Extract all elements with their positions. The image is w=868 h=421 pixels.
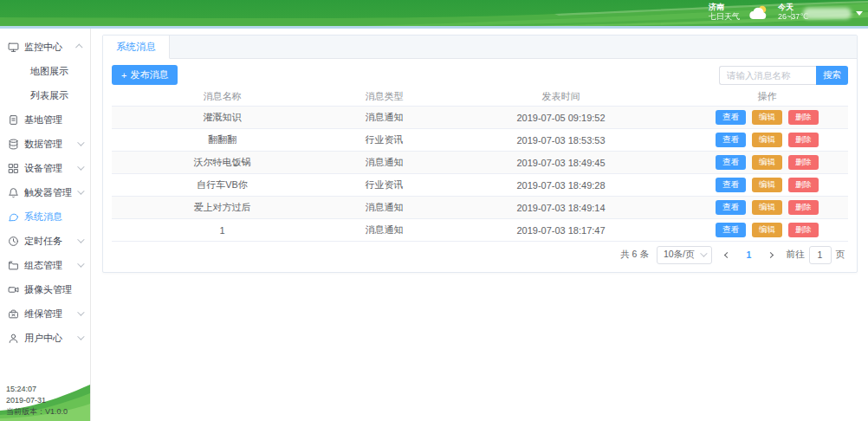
- delete-button[interactable]: 删除: [788, 155, 819, 170]
- chevron-down-icon: [77, 308, 84, 315]
- cell-actions: 查看 编辑 删除: [686, 110, 848, 125]
- view-button[interactable]: 查看: [716, 200, 746, 215]
- goto-label: 前往: [787, 249, 805, 261]
- view-button[interactable]: 查看: [716, 155, 746, 170]
- sidebar-item-label: 维保管理: [24, 308, 62, 321]
- page-unit-label: 页: [836, 249, 845, 261]
- edit-button[interactable]: 编辑: [752, 155, 782, 170]
- footer-version: 当前版本：V1.0.0: [6, 406, 68, 418]
- pagination-total: 共 6 条: [620, 249, 649, 261]
- plus-icon: +: [121, 70, 126, 81]
- message-icon: [8, 211, 19, 223]
- cell-actions: 查看 编辑 删除: [686, 200, 848, 215]
- table-row: 翻翻翻 行业资讯 2019-07-03 18:53:53 查看 编辑 删除: [112, 128, 848, 151]
- view-button[interactable]: 查看: [716, 178, 746, 192]
- weather-city: 济南: [709, 3, 740, 12]
- goto-page-input[interactable]: [809, 246, 832, 264]
- clock-icon: [8, 236, 19, 247]
- search-input[interactable]: [719, 66, 816, 85]
- next-page-button[interactable]: [763, 246, 779, 264]
- chevron-down-icon: [77, 163, 84, 170]
- chevron-down-icon: [700, 249, 707, 256]
- toolbar: + 发布消息 搜索: [112, 65, 848, 85]
- cell-message-name: 1: [112, 225, 333, 236]
- delete-button[interactable]: 删除: [788, 200, 819, 215]
- view-button[interactable]: 查看: [716, 133, 746, 147]
- table-body: 灌溉知识 消息通知 2019-07-05 09:19:52 查看 编辑 删除 翻…: [112, 106, 848, 241]
- sidebar-item-label: 摄像头管理: [24, 283, 72, 296]
- sidebar-item-base-management[interactable]: 基地管理: [0, 107, 90, 132]
- delete-button[interactable]: 删除: [788, 133, 819, 147]
- chevron-down-icon: [77, 260, 84, 267]
- prev-page-button[interactable]: [720, 246, 735, 264]
- current-page[interactable]: 1: [743, 249, 755, 260]
- table-row: 灌溉知识 消息通知 2019-07-05 09:19:52 查看 编辑 删除: [112, 106, 848, 128]
- footer-info: 15:24:07 2019-07-31 当前版本：V1.0.0: [6, 384, 68, 418]
- maintenance-icon: [8, 308, 19, 320]
- cell-publish-time: 2019-07-05 09:19:52: [436, 113, 686, 123]
- sidebar-item-trigger-management[interactable]: 触发器管理: [0, 180, 90, 204]
- publish-message-button[interactable]: + 发布消息: [112, 65, 178, 85]
- sidebar-item-list-display[interactable]: 列表展示: [0, 83, 90, 107]
- sidebar-item-label: 组态管理: [24, 259, 62, 272]
- folder-icon: [8, 260, 19, 271]
- view-button[interactable]: 查看: [716, 110, 746, 125]
- sidebar-item-data-management[interactable]: 数据管理: [0, 132, 90, 156]
- chevron-down-icon: [77, 139, 84, 146]
- user-icon: [8, 333, 19, 344]
- camera-icon: [8, 284, 19, 295]
- header-divider: [791, 6, 792, 20]
- cell-publish-time: 2019-07-03 18:49:28: [436, 180, 686, 191]
- sidebar-item-configuration-management[interactable]: 组态管理: [0, 253, 90, 277]
- cell-message-name: 灌溉知识: [112, 111, 333, 124]
- sidebar-item-system-messages[interactable]: 系统消息: [0, 204, 90, 229]
- edit-button[interactable]: 编辑: [752, 110, 782, 125]
- user-dropdown[interactable]: [791, 0, 863, 26]
- sidebar-item-label: 列表展示: [30, 89, 68, 102]
- chevron-right-icon: [768, 251, 774, 257]
- page-size-select[interactable]: 10条/页: [657, 246, 712, 264]
- cell-publish-time: 2019-07-03 18:49:45: [436, 158, 686, 168]
- footer-date: 2019-07-31: [6, 395, 68, 406]
- delete-button[interactable]: 删除: [788, 178, 819, 192]
- edit-button[interactable]: 编辑: [752, 133, 782, 147]
- cell-actions: 查看 编辑 删除: [686, 178, 848, 192]
- tab-bar: 系统消息: [103, 36, 857, 59]
- chevron-down-icon: [77, 187, 84, 194]
- edit-button[interactable]: 编辑: [752, 223, 782, 237]
- delete-button[interactable]: 删除: [788, 110, 819, 125]
- table-row: 自行车VB你 行业资讯 2019-07-03 18:49:28 查看 编辑 删除: [112, 173, 848, 196]
- view-button[interactable]: 查看: [716, 223, 746, 237]
- edit-button[interactable]: 编辑: [752, 200, 782, 215]
- sidebar-item-user-center[interactable]: 用户中心: [0, 326, 90, 350]
- search-button[interactable]: 搜索: [816, 66, 848, 85]
- sidebar-item-camera-management[interactable]: 摄像头管理: [0, 277, 90, 301]
- cell-actions: 查看 编辑 删除: [686, 133, 848, 147]
- sidebar-item-label: 设备管理: [24, 162, 62, 175]
- sidebar-item-map-display[interactable]: 地图展示: [0, 59, 90, 83]
- cell-message-type: 消息通知: [333, 223, 436, 236]
- sidebar-item-scheduled-tasks[interactable]: 定时任务: [0, 229, 90, 253]
- edit-button[interactable]: 编辑: [752, 178, 782, 192]
- sidebar-item-maintenance-management[interactable]: 维保管理: [0, 301, 90, 326]
- sidebar-footer: 15:24:07 2019-07-31 当前版本：V1.0.0: [0, 367, 90, 421]
- tab-system-messages[interactable]: 系统消息: [103, 36, 170, 59]
- sidebar-item-monitor-center[interactable]: 监控中心: [0, 35, 90, 59]
- grid-icon: [8, 163, 19, 174]
- sidebar-nav: 监控中心 地图展示 列表展示 基地管理: [0, 29, 90, 350]
- sidebar-item-device-management[interactable]: 设备管理: [0, 156, 90, 180]
- monitor-icon: [8, 42, 19, 53]
- chevron-up-icon: [75, 43, 82, 50]
- footer-time: 15:24:07: [6, 384, 68, 395]
- sidebar: 监控中心 地图展示 列表展示 基地管理: [0, 29, 91, 421]
- chevron-down-icon: [77, 333, 84, 340]
- cell-publish-time: 2019-07-03 18:49:14: [436, 203, 686, 213]
- table-row: 沃尔特电饭锅 消息通知 2019-07-03 18:49:45 查看 编辑 删除: [112, 151, 848, 173]
- delete-button[interactable]: 删除: [788, 223, 819, 237]
- sidebar-item-label: 基地管理: [24, 113, 62, 126]
- bell-icon: [8, 187, 19, 198]
- sidebar-item-label: 监控中心: [24, 41, 62, 54]
- cell-actions: 查看 编辑 删除: [686, 155, 848, 170]
- column-actions: 操作: [686, 90, 848, 103]
- table-header: 消息名称 消息类型 发表时间 操作: [112, 87, 848, 106]
